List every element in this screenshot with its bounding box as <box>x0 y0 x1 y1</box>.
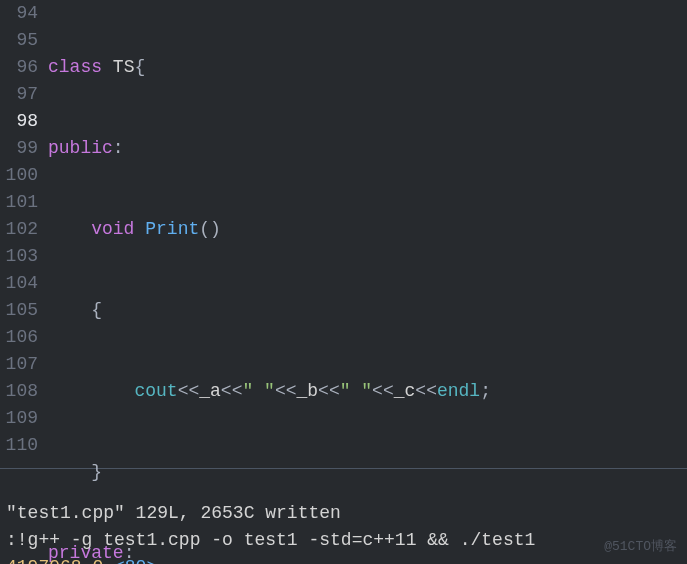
code-line: class TS{ <box>48 54 687 81</box>
line-number: 97 <box>0 81 38 108</box>
line-number: 94 <box>0 0 38 27</box>
line-number-current: 98 <box>0 108 38 135</box>
line-number: 95 <box>0 27 38 54</box>
code-line: } <box>48 459 687 486</box>
line-number: 110 <box>0 432 38 459</box>
line-number: 108 <box>0 378 38 405</box>
code-line: cout<<_a<<" "<<_b<<" "<<_c<<endl; <box>48 378 687 405</box>
status-line: "test1.cpp" 129L, 2653C written <box>6 503 341 523</box>
line-number: 103 <box>0 243 38 270</box>
line-number: 106 <box>0 324 38 351</box>
command-line: :!g++ -g test1.cpp -o test1 -std=c++11 &… <box>6 530 535 550</box>
line-number-gutter: 94 95 96 97 98 99 100 101 102 103 104 10… <box>0 0 46 464</box>
line-number: 105 <box>0 297 38 324</box>
watermark: @51CTO博客 <box>604 537 677 557</box>
line-number: 104 <box>0 270 38 297</box>
code-editor[interactable]: 94 95 96 97 98 99 100 101 102 103 104 10… <box>0 0 687 464</box>
line-number: 100 <box>0 162 38 189</box>
output-special: <80> <box>103 557 157 564</box>
line-number: 102 <box>0 216 38 243</box>
output-value: 4197968 0 <box>6 557 103 564</box>
line-number: 101 <box>0 189 38 216</box>
line-number: 96 <box>0 54 38 81</box>
code-line: { <box>48 297 687 324</box>
code-area[interactable]: class TS{ public: void Print() { cout<<_… <box>46 0 687 464</box>
line-number: 107 <box>0 351 38 378</box>
line-number: 109 <box>0 405 38 432</box>
code-line: void Print() <box>48 216 687 243</box>
code-line: public: <box>48 135 687 162</box>
line-number: 99 <box>0 135 38 162</box>
